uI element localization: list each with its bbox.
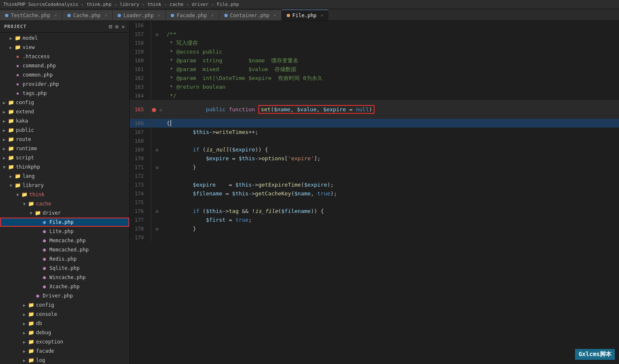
sidebar-item-extend[interactable]: ▶ 📁 extend [0,107,129,116]
sidebar-item-command[interactable]: ▪ command.php [0,61,129,70]
close-icon[interactable]: ✕ [54,13,57,18]
tab-dot [171,14,174,17]
sidebar-item-driver-folder[interactable]: ▼ 📁 driver [0,208,129,218]
sidebar-item-console[interactable]: ▶ 📁 console [0,310,129,319]
sidebar-header: Project ⊟ ⚙ ✕ [0,21,129,33]
arrow-spacer [28,294,34,298]
folder-icon: 📁 [28,329,34,336]
sidebar-item-label: Driver.php [43,293,73,299]
folder-icon: 📁 [28,311,34,318]
sidebar-item-facade2[interactable]: ▶ 📁 facade [0,346,129,356]
sidebar-item-driver-php[interactable]: ● Driver.php [0,291,129,300]
folder-icon: 📁 [8,136,14,143]
line-gutter: ◇ [151,30,163,38]
sidebar-item-label: library [23,182,44,188]
tab-dot-active [287,14,290,17]
sidebar-item-redis-php[interactable]: ● Redis.php [0,254,129,264]
main-layout: Project ⊟ ⚙ ✕ ▶ 📁 model ▶ 📁 view [0,21,619,364]
sidebar-item-label: view [23,44,35,50]
line-gutter [151,74,163,82]
sidebar-item-kaka[interactable]: ▶ 📁 kaka [0,116,129,126]
code-line [163,172,619,180]
fold-arrow: ◇ [156,31,159,37]
sidebar-item-config2[interactable]: ▶ 📁 config [0,300,129,310]
tab-loader[interactable]: Loader.php ✕ [113,10,166,21]
sidebar-item-lang[interactable]: ▶ 📁 lang [0,172,129,181]
arrow-icon: ▼ [28,211,34,215]
table-row: 159 * @access public [130,47,619,56]
settings-icon[interactable]: ⚙ [115,23,119,30]
tab-container[interactable]: Container.php ✕ [219,10,282,21]
sidebar-item-runtime[interactable]: ▶ 📁 runtime [0,144,129,153]
line-gutter: ◇ [151,100,163,119]
sidebar-item-log[interactable]: ▶ 📁 log [0,356,129,364]
sidebar-item-label: Sqlite.php [49,265,80,271]
code-area[interactable]: 156 157 ◇ /** 158 * 写入缓存 [130,21,619,364]
sidebar-item-label: kaka [16,118,28,124]
sidebar-item-model[interactable]: ▶ 📁 model [0,33,129,43]
sidebar-tree[interactable]: ▶ 📁 model ▶ 📁 view ▪ .htaccess ▪ command… [0,33,129,364]
tab-label: Facade.php [177,13,207,18]
line-number: 160 [130,56,151,65]
sidebar-item-sqlite-php[interactable]: ● Sqlite.php [0,264,129,273]
sidebar-item-xcache-php[interactable]: ● Xcache.php [0,282,129,291]
tab-cache[interactable]: Cache.php ✕ [62,10,113,21]
folder-icon: 📁 [14,35,21,41]
table-row: 177 $first = true; [130,215,619,224]
sidebar-item-memcached-php[interactable]: ● Memcached.php [0,245,129,254]
close-icon-active[interactable]: ✕ [321,13,323,18]
code-line: $filename = $this->getCacheKey($name, tr… [163,189,619,198]
line-number: 171 [130,163,151,172]
sidebar-item-cache[interactable]: ▼ 📁 cache [0,199,129,208]
code-line: * @access public [163,47,619,56]
sidebar-item-label: common.php [23,72,53,78]
arrow-icon: ▶ [1,128,8,133]
sidebar-item-db[interactable]: ▶ 📁 db [0,319,129,328]
folder-icon: 📁 [34,210,41,216]
sidebar-item-label: config [36,302,54,308]
sidebar-item-thinkphp[interactable]: ▼ 📁 thinkphp [0,162,129,172]
sidebar-item-route[interactable]: ▶ 📁 route [0,135,129,144]
sidebar-item-library[interactable]: ▼ 📁 library [0,181,129,190]
code-line: * 写入缓存 [163,38,619,47]
sidebar-item-tags[interactable]: ▪ tags.php [0,89,129,98]
collapse-icon[interactable]: ⊟ [109,23,113,30]
folder-icon: 📁 [28,302,34,308]
sidebar-item-view[interactable]: ▶ 📁 view [0,43,129,52]
line-gutter [151,128,163,136]
sidebar-item-script[interactable]: ▶ 📁 script [0,153,129,162]
close-icon[interactable]: ✕ [211,13,214,18]
sidebar-item-file-php[interactable]: ● File.php [0,218,129,227]
sidebar-item-htaccess[interactable]: ▪ .htaccess [0,52,129,61]
line-number: 173 [130,180,151,189]
sidebar-item-think[interactable]: ▼ 📁 think [0,190,129,199]
tab-facade[interactable]: Facade.php ✕ [166,10,219,21]
tab-label: Cache.php [73,13,100,18]
folder-icon: 📁 [8,164,14,170]
code-line: if (is_null($expire)) { [163,145,619,154]
sidebar-item-memcache-php[interactable]: ● Memcache.php [0,236,129,245]
sidebar-item-exception[interactable]: ▶ 📁 exception [0,337,129,346]
line-gutter [151,233,163,242]
sidebar-item-wincache-php[interactable]: ● Wincache.php [0,273,129,282]
sidebar-item-lite-php[interactable]: ● Lite.php [0,227,129,236]
line-number: 178 [130,224,151,233]
arrow-icon: ▼ [21,202,28,206]
watermark: Gxlcms脚本 [575,349,615,360]
code-line: * @param string $name 缓存变量名 [163,56,619,65]
sidebar-item-debug[interactable]: ▶ 📁 debug [0,328,129,337]
sidebar-item-provider[interactable]: ▪ provider.php [0,79,129,89]
sidebar-item-common[interactable]: ▪ common.php [0,70,129,79]
close-sidebar-icon[interactable]: ✕ [121,23,125,30]
code-line: $expire = $this->options['expire']; [163,154,619,163]
table-row: 170 $expire = $this->options['expire']; [130,154,619,163]
folder-icon: 📁 [14,44,21,51]
sidebar-item-public[interactable]: ▶ 📁 public [0,126,129,135]
close-icon[interactable]: ✕ [105,13,107,18]
file-icon: ▪ [14,72,21,78]
close-icon[interactable]: ✕ [158,13,160,18]
sidebar-item-config[interactable]: ▶ 📁 config [0,98,129,107]
close-icon[interactable]: ✕ [274,13,276,18]
tab-testcache[interactable]: TestCache.php ✕ [0,10,62,21]
tab-file[interactable]: File.php ✕ [282,10,329,21]
